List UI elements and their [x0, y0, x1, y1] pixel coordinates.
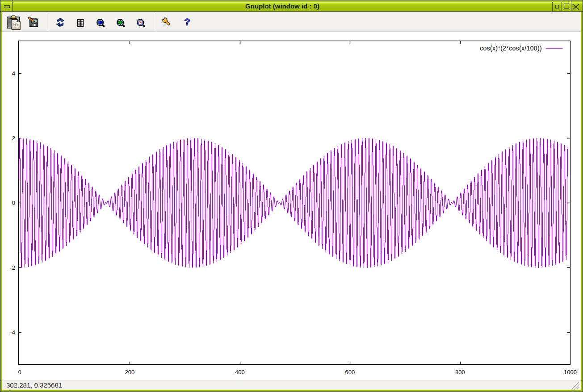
svg-text:-2: -2 — [10, 264, 15, 271]
svg-text:Gnuplot (window id : 0): Gnuplot (window id : 0) — [245, 2, 319, 10]
svg-text:4: 4 — [12, 70, 15, 77]
svg-text:cos(x)*(2*cos(x/100)): cos(x)*(2*cos(x/100)) — [480, 45, 542, 52]
svg-text:0: 0 — [18, 369, 21, 375]
svg-text:0: 0 — [12, 200, 15, 206]
svg-text:?: ? — [185, 17, 190, 27]
svg-text:2: 2 — [12, 135, 15, 142]
svg-text:600: 600 — [345, 369, 355, 375]
svg-text:-4: -4 — [10, 329, 15, 336]
svg-text:400: 400 — [235, 369, 245, 375]
svg-text:800: 800 — [455, 369, 465, 375]
svg-text:200: 200 — [125, 369, 135, 375]
svg-text:302.281, 0.325681: 302.281, 0.325681 — [6, 381, 62, 389]
svg-text:1000: 1000 — [564, 369, 577, 375]
